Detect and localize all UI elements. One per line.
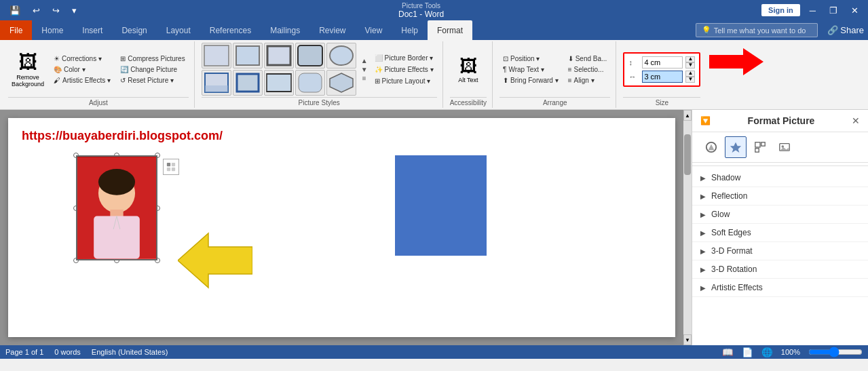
style-4[interactable] bbox=[295, 43, 325, 69]
style-5[interactable] bbox=[326, 43, 356, 69]
position-button[interactable]: ⊡ Position ▾ bbox=[499, 54, 562, 64]
alt-text-icon: 🖼 bbox=[459, 56, 477, 77]
height-input[interactable] bbox=[642, 56, 683, 69]
quick-access-dropdown[interactable]: ▾ bbox=[68, 4, 81, 17]
save-button[interactable]: 💾 bbox=[5, 4, 24, 17]
style-3[interactable] bbox=[264, 43, 294, 69]
change-picture-button[interactable]: 🔄 Change Picture bbox=[117, 64, 188, 75]
style-9[interactable] bbox=[295, 70, 325, 96]
wrap-label: Wrap Text ▾ bbox=[508, 66, 544, 73]
width-down[interactable]: ▼ bbox=[685, 77, 695, 83]
tab-layout[interactable]: Layout bbox=[157, 20, 200, 40]
view-print-button[interactable]: 📄 bbox=[742, 347, 753, 357]
color-label: Color bbox=[64, 66, 80, 73]
remove-bg-label: Remove Background bbox=[11, 74, 45, 87]
scroll-up[interactable]: ▲ bbox=[683, 110, 692, 121]
reset-picture-button[interactable]: ↺ Reset Picture ▾ bbox=[117, 75, 188, 85]
word-count: 0 words bbox=[54, 348, 81, 356]
gallery-up[interactable]: ▲ bbox=[360, 56, 369, 65]
width-input[interactable] bbox=[642, 71, 683, 83]
close-button[interactable]: ✕ bbox=[847, 4, 863, 17]
effects-icon bbox=[730, 141, 742, 153]
panel-close-button[interactable]: ✕ bbox=[852, 115, 860, 126]
panel-picture-btn[interactable] bbox=[774, 136, 795, 158]
scroll-down[interactable]: ▼ bbox=[683, 334, 692, 345]
panel-size-layout-btn[interactable] bbox=[749, 136, 771, 158]
width-row: ↔ ▲ ▼ bbox=[628, 71, 695, 83]
reflection-arrow-icon: ▶ bbox=[700, 193, 706, 200]
redo-button[interactable]: ↪ bbox=[48, 4, 64, 17]
corrections-button[interactable]: ☀ Corrections ▾ bbox=[50, 54, 114, 64]
panel-section-3d-rotation[interactable]: ▶ 3-D Rotation bbox=[692, 260, 868, 279]
style-1[interactable] bbox=[202, 43, 231, 69]
minimize-button[interactable]: ─ bbox=[806, 4, 820, 17]
tab-insert[interactable]: Insert bbox=[73, 20, 112, 40]
wrap-text-button[interactable]: ¶ Wrap Text ▾ bbox=[499, 64, 562, 75]
tab-references[interactable]: References bbox=[200, 20, 261, 40]
picture-border-button[interactable]: ⬜ Picture Border ▾ bbox=[371, 53, 437, 63]
3d-format-label: 3-D Format bbox=[711, 246, 753, 256]
svg-marker-28 bbox=[730, 142, 741, 153]
3d-rotation-label: 3-D Rotation bbox=[711, 265, 757, 274]
gallery-down[interactable]: ▼ bbox=[360, 65, 369, 74]
style-6[interactable] bbox=[202, 70, 231, 96]
gallery-scroll: ▲ ▼ ≡ bbox=[360, 56, 369, 83]
group-size: ↕ ▲ ▼ ↔ ▲ ▼ Size bbox=[618, 41, 706, 108]
style-7[interactable] bbox=[233, 70, 263, 96]
svg-marker-14 bbox=[709, 48, 763, 75]
svg-rect-25 bbox=[172, 168, 175, 171]
remove-background-button[interactable]: 🖼 Remove Background bbox=[8, 50, 48, 89]
height-down[interactable]: ▼ bbox=[685, 62, 695, 69]
main-area: https://buayaberdiri.blogspot.com/ ↺ bbox=[0, 110, 868, 345]
tab-format[interactable]: Format bbox=[428, 20, 472, 40]
size-box: ↕ ▲ ▼ ↔ ▲ ▼ bbox=[623, 52, 700, 87]
panel-section-3d-format[interactable]: ▶ 3-D Format bbox=[692, 242, 868, 260]
send-back-button[interactable]: ⬇ Send Ba... bbox=[565, 54, 611, 64]
style-8[interactable] bbox=[264, 70, 294, 96]
undo-button[interactable]: ↩ bbox=[29, 4, 44, 17]
style-10[interactable] bbox=[326, 70, 356, 96]
panel-section-soft-edges[interactable]: ▶ Soft Edges bbox=[692, 224, 868, 242]
tab-design[interactable]: Design bbox=[112, 20, 156, 40]
artistic-arrow: ▾ bbox=[107, 77, 111, 84]
share-button[interactable]: 🔗 Share bbox=[823, 20, 868, 40]
panel-section-reflection[interactable]: ▶ Reflection bbox=[692, 187, 868, 206]
tab-review[interactable]: Review bbox=[309, 20, 355, 40]
panel-collapse-icon: 🔽 bbox=[700, 116, 711, 125]
panel-section-glow[interactable]: ▶ Glow bbox=[692, 206, 868, 224]
bring-forward-button[interactable]: ⬆ Bring Forward ▾ bbox=[499, 75, 562, 85]
restore-button[interactable]: ❐ bbox=[825, 4, 842, 17]
compress-button[interactable]: ⊞ Compress Pictures bbox=[117, 54, 188, 64]
tab-file[interactable]: File bbox=[0, 20, 32, 40]
tab-home[interactable]: Home bbox=[32, 20, 73, 40]
tab-view[interactable]: View bbox=[356, 20, 392, 40]
panel-effects-btn[interactable] bbox=[725, 136, 747, 158]
panel-section-artistic-effects[interactable]: ▶ Artistic Effects bbox=[692, 279, 868, 297]
tab-mailings[interactable]: Mailings bbox=[261, 20, 309, 40]
picture-effects-button[interactable]: ✨ Picture Effects ▾ bbox=[371, 64, 437, 75]
align-icon: ≡ bbox=[568, 77, 572, 84]
align-button[interactable]: ≡ Align ▾ bbox=[565, 75, 611, 85]
picture-tools-label: Picture Tools bbox=[81, 2, 761, 9]
tell-me-box[interactable]: 💡 Tell me what you want to do bbox=[696, 23, 818, 37]
alt-text-button[interactable]: 🖼 Alt Text bbox=[458, 56, 478, 83]
panel-fill-line-btn[interactable] bbox=[700, 136, 722, 158]
view-read-button[interactable]: 📖 bbox=[722, 347, 734, 357]
layout-label: Picture Layout ▾ bbox=[382, 77, 431, 85]
style-2[interactable] bbox=[233, 43, 263, 69]
selection-button[interactable]: ≡ Selectio... bbox=[565, 64, 611, 75]
artistic-button[interactable]: 🖌 Artistic Effects ▾ bbox=[50, 75, 114, 85]
zoom-slider[interactable] bbox=[808, 347, 863, 357]
color-button[interactable]: 🎨 Color ▾ bbox=[50, 64, 114, 75]
layout-options-button[interactable] bbox=[163, 159, 179, 175]
glow-label: Glow bbox=[711, 210, 730, 219]
tab-help[interactable]: Help bbox=[392, 20, 428, 40]
panel-section-shadow[interactable]: ▶ Shadow bbox=[692, 169, 868, 187]
gallery-more[interactable]: ≡ bbox=[360, 74, 369, 83]
picture-layout-button[interactable]: ⊞ Picture Layout ▾ bbox=[371, 76, 437, 86]
layout-options-icon bbox=[166, 162, 176, 172]
view-web-button[interactable]: 🌐 bbox=[761, 347, 773, 357]
selection-handles[interactable] bbox=[76, 155, 157, 260]
scroll-thumb[interactable] bbox=[684, 134, 691, 175]
sign-in-button[interactable]: Sign in bbox=[761, 4, 800, 16]
